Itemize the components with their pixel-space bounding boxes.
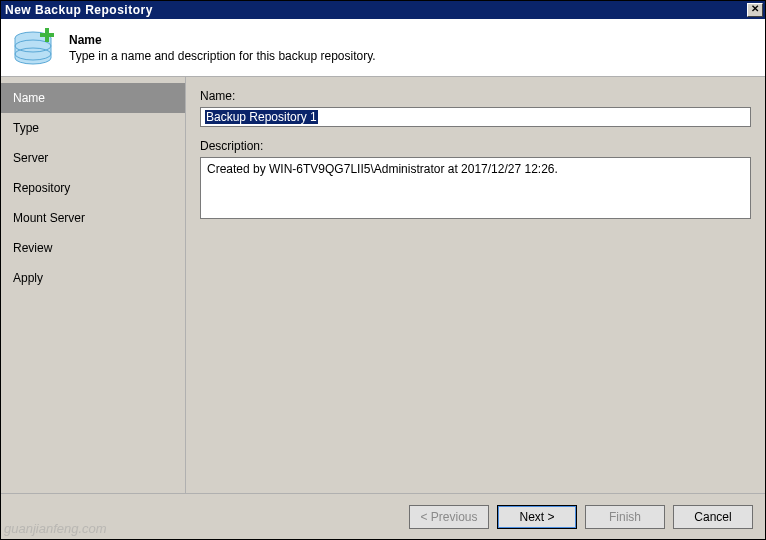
name-label: Name: [200,89,751,103]
close-button[interactable]: ✕ [747,3,763,17]
wizard-main: Name: Backup Repository 1 Description: [186,77,765,493]
step-review[interactable]: Review [1,233,185,263]
step-apply[interactable]: Apply [1,263,185,293]
svg-rect-4 [40,33,54,37]
titlebar[interactable]: New Backup Repository ✕ [1,1,765,19]
wizard-steps: Name Type Server Repository Mount Server… [1,77,186,493]
step-label: Name [13,91,45,105]
name-input[interactable]: Backup Repository 1 [200,107,751,127]
description-label: Description: [200,139,751,153]
step-label: Server [13,151,48,165]
step-label: Apply [13,271,43,285]
next-button[interactable]: Next > [497,505,577,529]
step-label: Mount Server [13,211,85,225]
finish-button[interactable]: Finish [585,505,665,529]
step-label: Repository [13,181,70,195]
step-label: Type [13,121,39,135]
step-label: Review [13,241,52,255]
step-repository[interactable]: Repository [1,173,185,203]
window-title: New Backup Repository [5,3,747,17]
wizard-header: Name Type in a name and description for … [1,19,765,77]
cancel-button[interactable]: Cancel [673,505,753,529]
step-server[interactable]: Server [1,143,185,173]
repository-icon [11,26,59,70]
name-value: Backup Repository 1 [205,110,318,124]
wizard-footer: < Previous Next > Finish Cancel [1,493,765,539]
dialog-window: New Backup Repository ✕ Name Type in a n… [0,0,766,540]
description-input[interactable] [200,157,751,219]
step-name[interactable]: Name [1,83,185,113]
step-mount-server[interactable]: Mount Server [1,203,185,233]
wizard-body: Name Type Server Repository Mount Server… [1,77,765,493]
previous-button[interactable]: < Previous [409,505,489,529]
header-description: Type in a name and description for this … [69,49,376,63]
step-type[interactable]: Type [1,113,185,143]
header-title: Name [69,33,376,47]
